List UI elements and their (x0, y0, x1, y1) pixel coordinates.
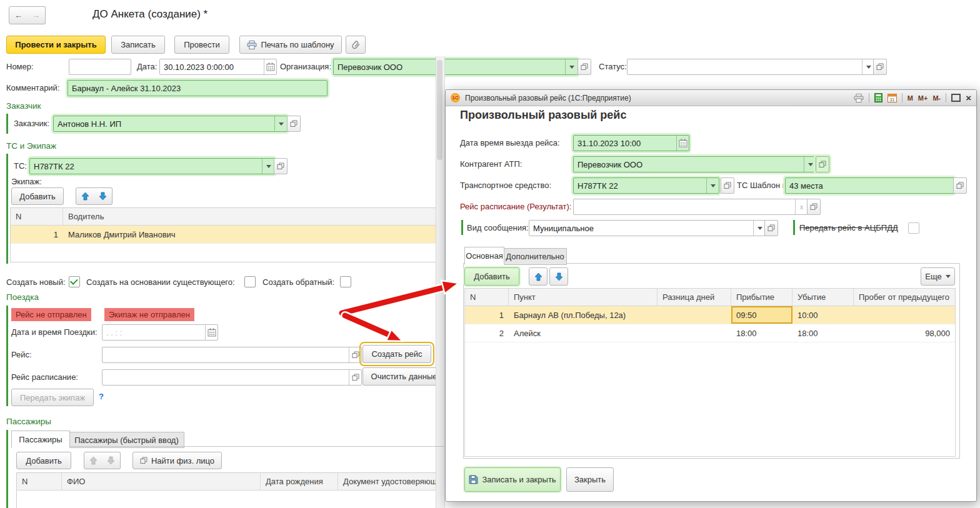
post-button[interactable]: Провести (174, 36, 229, 54)
chevron-down-icon[interactable] (753, 221, 766, 236)
write-button[interactable]: Записать (111, 36, 165, 54)
save-and-close-button[interactable]: Записать и закрыть (464, 467, 561, 492)
crew-add-button[interactable]: Добавить (11, 187, 64, 205)
passengers-add-button[interactable]: Добавить (16, 452, 71, 469)
customer-label: Заказчик: (14, 119, 49, 128)
clear-x-icon[interactable]: x (795, 199, 808, 214)
selected-cell[interactable]: 09:50 (731, 306, 792, 324)
checkbox-create-based[interactable] (244, 276, 256, 287)
seat-template-field[interactable]: 43 места (785, 177, 954, 194)
dialog-titlebar[interactable]: 1С Произвольный разовый рейс (1С:Предпри… (446, 90, 976, 106)
create-flight-button[interactable]: Создать рейс (362, 345, 431, 363)
route-col-mileage: Пробег от предыдущего (854, 289, 955, 306)
vertical-scrollbar[interactable] (436, 56, 445, 508)
route-col-departure: Убытие (792, 289, 854, 306)
tab-main[interactable]: Основная (464, 247, 504, 265)
seat-template-open-button[interactable] (953, 177, 967, 194)
dialog-vehicle-open-button[interactable] (721, 177, 734, 194)
calculator-icon[interactable] (874, 93, 882, 102)
passengers-move-down-button[interactable] (102, 452, 121, 469)
tab-passengers[interactable]: Пассажиры (11, 431, 70, 448)
status-combo[interactable] (627, 59, 875, 75)
schedule-result-open-button[interactable] (807, 199, 821, 215)
calendar-icon[interactable] (676, 136, 689, 151)
print-icon[interactable] (854, 94, 864, 102)
organization-combo[interactable]: Перевозчик ООО (333, 59, 578, 75)
calendar-icon[interactable] (264, 59, 276, 74)
message-type-open-button[interactable] (764, 220, 778, 236)
route-col-diffdays: Разница дней (658, 289, 731, 306)
print-by-template-button[interactable]: Печать по шаблону (239, 36, 342, 54)
date-label: Дата: (137, 62, 157, 71)
departure-datetime-field[interactable]: 31.10.2023 10:00 (573, 135, 689, 151)
flight-dialog: 1С Произвольный разовый рейс (1С:Предпри… (445, 89, 977, 502)
close-icon[interactable]: × (966, 93, 971, 102)
pass-col-birthdate: Дата рождения (261, 473, 338, 490)
table-row[interactable]: 1 Маликов Дмитрий Иванович (11, 226, 444, 244)
help-icon[interactable]: ? (99, 392, 104, 401)
transfer-crew-button[interactable]: Передать экипаж (11, 389, 94, 406)
flight-schedule-label: Рейс расписание: (11, 372, 78, 382)
flight-schedule-field[interactable] (102, 369, 362, 386)
flight-label: Рейс: (11, 350, 32, 359)
scrollbar-thumb[interactable] (437, 60, 442, 160)
attachments-button[interactable] (346, 36, 366, 54)
page-title: ДО Анкета (создание) * (92, 8, 208, 21)
comment-label: Комментарий: (6, 83, 60, 92)
ts-open-button[interactable] (274, 158, 288, 174)
nav-forward-button[interactable]: → (27, 6, 46, 24)
open-icon[interactable] (349, 370, 361, 385)
dialog-move-up-button[interactable] (529, 267, 548, 286)
chevron-down-icon[interactable] (274, 116, 287, 131)
chevron-down-icon[interactable] (706, 178, 719, 193)
crew-move-up-button[interactable] (76, 187, 95, 205)
flight-field[interactable] (102, 347, 362, 363)
dialog-move-down-button[interactable] (549, 267, 568, 286)
acbpdd-group-bar (793, 220, 795, 235)
more-button[interactable]: Еще (921, 267, 955, 286)
ts-combo[interactable]: Н787ТК 22 (29, 158, 275, 174)
status-open-button[interactable] (873, 59, 887, 75)
nav-back-button[interactable]: ← (9, 6, 28, 24)
create-based-label: Создать на основании существующего: (86, 277, 235, 287)
comment-field[interactable]: Барнаул - Алейск 31.10.2023 (68, 80, 328, 96)
crew-move-down-button[interactable] (94, 187, 112, 205)
post-and-close-button[interactable]: Провести и закрыть (6, 36, 106, 54)
chevron-down-icon[interactable] (565, 59, 578, 74)
tab-additional[interactable]: Дополнительно (503, 248, 567, 265)
crew-col-n: N (11, 208, 63, 225)
chevron-down-icon[interactable] (262, 159, 274, 174)
checkbox-create-new[interactable] (69, 276, 80, 287)
open-icon[interactable] (349, 347, 361, 362)
date-field[interactable]: 30.10.2023 0:00:00 (159, 59, 277, 75)
calendar-31-icon[interactable]: 31 (888, 93, 897, 102)
chevron-down-icon[interactable] (804, 157, 816, 172)
customer-combo[interactable]: Антонов Н.Н. ИП (53, 116, 288, 132)
counterparty-combo[interactable]: Перевозчик ООО (573, 156, 817, 172)
counterparty-open-button[interactable] (816, 156, 829, 172)
memory-plus-button[interactable]: M+ (918, 94, 928, 102)
table-row[interactable]: 2 Алейск 18:00 18:00 98,000 (465, 324, 955, 342)
clear-data-button[interactable]: Очистить данные (362, 367, 446, 386)
maximize-icon[interactable] (951, 94, 961, 102)
dialog-vehicle-combo[interactable]: Н787ТК 22 (573, 177, 719, 194)
close-button[interactable]: Закрыть (566, 467, 614, 492)
departure-datetime-label: Дата время выезда рейса: (460, 138, 560, 147)
schedule-result-field[interactable]: x (573, 199, 808, 215)
message-type-combo[interactable]: Муниципальное (529, 220, 766, 236)
route-col-arrival: Прибытие (731, 289, 792, 306)
passengers-move-up-button[interactable] (84, 452, 103, 469)
calendar-icon[interactable] (205, 325, 218, 340)
table-row[interactable]: 1 Барнаул АВ (пл.Победы, 12а) 09:50 10:0… (465, 306, 955, 324)
organization-open-button[interactable] (578, 59, 591, 75)
number-field[interactable] (69, 59, 131, 75)
customer-open-button[interactable] (287, 116, 301, 132)
memory-minus-button[interactable]: M- (932, 94, 941, 102)
trip-datetime-field[interactable]: . . : : (102, 324, 218, 341)
dialog-add-button[interactable]: Добавить (464, 267, 519, 286)
checkbox-transfer-acbpdd[interactable] (908, 222, 919, 234)
find-person-button[interactable]: Найти физ. лицо (132, 452, 222, 469)
checkbox-create-reverse[interactable] (340, 276, 351, 287)
memory-button[interactable]: M (908, 94, 913, 102)
chevron-down-icon[interactable] (862, 59, 874, 74)
